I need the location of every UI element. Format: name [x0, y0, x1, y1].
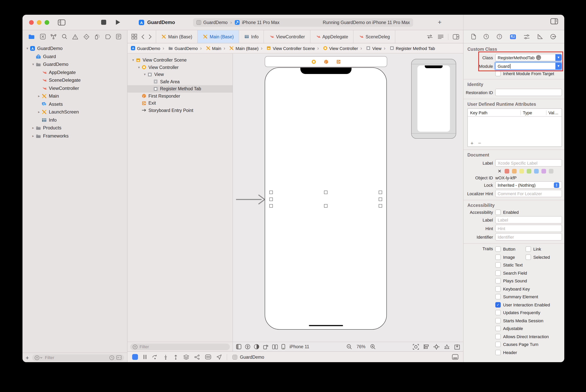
editor-tab[interactable]: AppDelegate: [310, 30, 354, 43]
add-constraints-icon[interactable]: [433, 344, 439, 350]
minimize-window-button[interactable]: [37, 20, 42, 24]
navigator-row[interactable]: AppDelegate: [23, 68, 127, 76]
storyboard-entry-point-arrow[interactable]: [236, 194, 266, 205]
run-destination[interactable]: iPhone 11 Pro Max: [242, 20, 279, 24]
accessibility-preview-icon[interactable]: [245, 344, 250, 350]
project-navigator-tab[interactable]: [28, 34, 35, 39]
breakpoint-navigator-tab[interactable]: [105, 34, 111, 39]
toggle-debug-area-icon[interactable]: [452, 354, 458, 360]
selection-handle-bottom-center[interactable]: [324, 204, 327, 208]
debug-navigator-tab[interactable]: [94, 34, 100, 40]
color-swatch[interactable]: [541, 169, 546, 174]
split-view-icon[interactable]: [272, 344, 278, 349]
update-frames-icon[interactable]: [413, 344, 419, 350]
zoom-in-icon[interactable]: [370, 344, 376, 350]
selection-handle-top-left[interactable]: [269, 190, 273, 194]
stop-button[interactable]: [101, 20, 106, 25]
disclosure-triangle-icon[interactable]: [25, 47, 30, 50]
color-swatch[interactable]: [527, 169, 531, 174]
simulate-location-icon[interactable]: [216, 354, 222, 360]
attributes-inspector-tab[interactable]: [524, 34, 530, 39]
canvas-area[interactable]: [233, 54, 463, 342]
selection-handle-bottom-right[interactable]: [379, 204, 382, 208]
editor-tab[interactable]: Main (Base): [198, 30, 239, 43]
module-dropdown-icon[interactable]: ▼: [555, 63, 561, 69]
selection-handle-middle-left[interactable]: [269, 198, 273, 201]
editor-tab[interactable]: ViewController: [264, 30, 310, 43]
editor-tab[interactable]: Main (Base): [156, 30, 198, 43]
trait-checkbox[interactable]: [495, 246, 501, 252]
debug-process[interactable]: GuardDemo: [232, 354, 264, 360]
selection-handle-top-right[interactable]: [379, 190, 382, 194]
color-swatch[interactable]: [519, 169, 524, 174]
outline-row[interactable]: First Responder: [128, 92, 233, 100]
editor-tab[interactable]: Info: [239, 30, 264, 43]
quick-help-inspector-tab[interactable]: ?: [496, 34, 502, 40]
selection-handle-middle-right[interactable]: [379, 198, 382, 201]
breadcrumb-item[interactable]: Main (Base): [221, 45, 259, 51]
code-review-icon[interactable]: [426, 34, 433, 39]
scheme-selector[interactable]: GuardDemo › iPhone 11 Pro Max Running Gu…: [193, 18, 413, 26]
trait-checkbox[interactable]: [495, 318, 501, 323]
module-field[interactable]: Guard ▼: [495, 62, 562, 70]
trait-checkbox[interactable]: [495, 350, 501, 355]
breadcrumb-item[interactable]: View: [358, 45, 381, 51]
selection-handle-bottom-left[interactable]: [269, 204, 273, 208]
breakpoints-toggle-button[interactable]: [132, 354, 138, 360]
trait-checkbox[interactable]: [495, 294, 501, 300]
trait-checkbox[interactable]: [495, 302, 501, 307]
disclosure-triangle-icon[interactable]: [37, 110, 42, 114]
accessibility-label-field[interactable]: Label: [495, 216, 562, 224]
disclosure-triangle-icon[interactable]: [31, 134, 36, 138]
navigator-row[interactable]: LaunchScreen: [23, 108, 127, 116]
add-attribute-button[interactable]: +: [470, 140, 473, 146]
size-inspector-tab[interactable]: [537, 34, 543, 40]
disclosure-triangle-icon[interactable]: [31, 126, 36, 130]
trait-checkbox[interactable]: [495, 342, 501, 347]
add-file-button[interactable]: +: [26, 354, 29, 361]
editor-tab[interactable]: SceneDeleg: [354, 30, 395, 43]
pause-execution-icon[interactable]: [143, 354, 147, 360]
issue-navigator-tab[interactable]: [72, 34, 78, 39]
breadcrumb-item[interactable]: Main: [198, 45, 221, 51]
exit-icon[interactable]: [336, 59, 341, 64]
clear-color-button[interactable]: ✕: [498, 168, 501, 174]
document-label-field[interactable]: Xcode Specific Label: [495, 159, 562, 166]
navigator-row[interactable]: GuardDemo: [23, 44, 127, 52]
outline-row[interactable]: View: [128, 71, 233, 78]
outline-filter-field[interactable]: Filter: [130, 344, 230, 350]
trait-checkbox[interactable]: [495, 326, 501, 331]
color-swatch[interactable]: [505, 169, 509, 174]
color-swatch[interactable]: [549, 169, 553, 174]
navigator-row[interactable]: Assets: [23, 100, 127, 108]
align-icon[interactable]: [423, 344, 429, 350]
color-swatch[interactable]: [534, 169, 539, 174]
outline-row[interactable]: View Controller Scene: [128, 56, 233, 64]
view-hierarchy-icon[interactable]: [183, 354, 189, 360]
history-inspector-tab[interactable]: [483, 34, 489, 40]
step-over-icon[interactable]: [152, 354, 158, 360]
breadcrumb-item[interactable]: View Controller: [315, 45, 358, 51]
breadcrumb-item[interactable]: Register Method Tab: [381, 45, 435, 51]
disclosure-triangle-icon[interactable]: [136, 66, 142, 69]
disclosure-triangle-icon[interactable]: [142, 73, 147, 76]
lock-stepper-icon[interactable]: ▲▼: [554, 182, 559, 188]
trait-checkbox[interactable]: [525, 254, 531, 260]
go-forward-icon[interactable]: [148, 34, 152, 39]
jump-to-class-icon[interactable]: →: [536, 55, 541, 60]
zoom-window-button[interactable]: [45, 20, 49, 24]
symbol-navigator-tab[interactable]: [50, 34, 57, 39]
navigator-row[interactable]: Products: [23, 124, 127, 132]
trait-checkbox[interactable]: [495, 262, 501, 268]
disclosure-triangle-icon[interactable]: [131, 58, 136, 62]
class-field[interactable]: RegisterMethodTab → ▼: [495, 54, 562, 61]
navigator-row[interactable]: Guard: [23, 52, 127, 60]
toggle-inspector-icon[interactable]: [550, 18, 558, 25]
trait-checkbox[interactable]: [495, 310, 501, 315]
embed-icon[interactable]: [454, 344, 460, 350]
find-navigator-tab[interactable]: [62, 34, 67, 40]
adjust-editor-icon[interactable]: [438, 34, 444, 39]
toggle-outline-icon[interactable]: [236, 344, 241, 350]
trait-checkbox[interactable]: [495, 254, 501, 260]
outline-row[interactable]: Register Method Tab: [128, 85, 233, 92]
